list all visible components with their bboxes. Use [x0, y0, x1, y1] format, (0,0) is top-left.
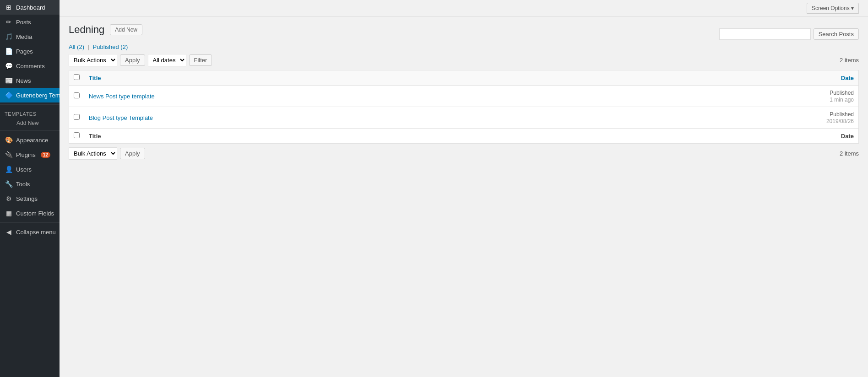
- users-icon: 👤: [5, 166, 13, 173]
- sidebar-item-label: Plugins: [16, 151, 36, 158]
- filter-button[interactable]: Filter: [189, 54, 212, 66]
- header-checkbox-cell: [69, 70, 85, 86]
- published-label-1: Published: [830, 111, 854, 118]
- sidebar-item-label: Custom Fields: [16, 210, 54, 217]
- search-bar: Search Posts: [69, 28, 859, 40]
- add-new-button[interactable]: Add New: [110, 24, 142, 35]
- sidebar-divider: [0, 104, 60, 105]
- row-checkbox-cell: [69, 86, 85, 107]
- main-content: Screen Options ▾ Ledning Add New Search …: [60, 0, 868, 377]
- pages-icon: 📄: [5, 48, 13, 55]
- row-title-cell: News Post type template: [84, 86, 786, 107]
- page-title: Ledning: [69, 24, 104, 36]
- table-body: News Post type template Published 1 min …: [69, 86, 859, 129]
- row-checkbox-0[interactable]: [74, 92, 80, 98]
- settings-icon: ⚙: [5, 195, 13, 202]
- post-title-link-1[interactable]: Blog Post type Template: [89, 114, 153, 121]
- sidebar-item-users[interactable]: 👤 Users: [0, 162, 60, 177]
- table-header-row: Title Date: [69, 70, 859, 86]
- plugins-badge: 12: [41, 152, 50, 158]
- row-title-cell: Blog Post type Template: [84, 107, 786, 129]
- date-sort-link[interactable]: Date: [841, 75, 854, 81]
- posts-table: Title Date News Post type template Publi…: [69, 70, 859, 144]
- published-date-1: 2019/08/26: [826, 118, 854, 124]
- sidebar-item-news[interactable]: 📰 News: [0, 73, 60, 88]
- templates-section-label: Templates: [0, 107, 60, 118]
- sidebar-item-settings[interactable]: ⚙ Settings: [0, 191, 60, 206]
- posts-icon: ✏: [5, 18, 13, 26]
- sidebar-item-label: Appearance: [16, 137, 48, 144]
- sidebar-item-label: Users: [16, 166, 32, 173]
- appearance-icon: 🎨: [5, 136, 13, 144]
- sidebar-item-plugins[interactable]: 🔌 Plugins 12: [0, 147, 60, 162]
- date-sort-link-footer[interactable]: Date: [841, 133, 854, 140]
- actions-bar-bottom: Bulk Actions Apply 2 items: [69, 147, 859, 160]
- sidebar-item-label: Tools: [16, 181, 30, 188]
- dashboard-icon: ⊞: [5, 4, 13, 11]
- title-sort-link[interactable]: Title: [89, 75, 101, 81]
- sidebar-item-custom-fields[interactable]: ▦ Custom Fields: [0, 206, 60, 221]
- screen-options-button[interactable]: Screen Options ▾: [807, 3, 859, 14]
- sidebar-item-comments[interactable]: 💬 Comments: [0, 59, 60, 73]
- table-row: News Post type template Published 1 min …: [69, 86, 859, 107]
- row-date-cell: Published 1 min ago: [786, 86, 859, 107]
- comments-icon: 💬: [5, 62, 13, 70]
- sidebar-item-posts[interactable]: ✏ Posts: [0, 15, 60, 29]
- collapse-label: Collapse menu: [16, 229, 56, 236]
- items-count-bottom: 2 items: [840, 150, 859, 157]
- sidebar: ⊞ Dashboard ✏ Posts 🎵 Media 📄 Pages 💬 Co…: [0, 0, 60, 377]
- sidebar-item-pages[interactable]: 📄 Pages: [0, 44, 60, 59]
- sidebar-item-dashboard[interactable]: ⊞ Dashboard: [0, 0, 60, 15]
- sidebar-divider2: [0, 130, 60, 131]
- row-checkbox-cell: [69, 107, 85, 129]
- sidebar-divider3: [0, 222, 60, 223]
- table-footer-row: Title Date: [69, 129, 859, 144]
- sidebar-item-gutenberg[interactable]: 🔷 Guteneberg Template Manager: [0, 88, 60, 102]
- table-row: Blog Post type Template Published 2019/0…: [69, 107, 859, 129]
- bulk-actions-select-top[interactable]: Bulk Actions: [69, 54, 117, 66]
- tools-icon: 🔧: [5, 180, 13, 188]
- collapse-icon: ◀: [5, 228, 13, 236]
- search-posts-button[interactable]: Search Posts: [814, 28, 859, 40]
- title-sort-link-footer[interactable]: Title: [89, 133, 101, 140]
- footer-date[interactable]: Date: [786, 129, 859, 144]
- filter-published-link[interactable]: Published (2): [93, 43, 128, 50]
- select-all-checkbox[interactable]: [74, 74, 80, 80]
- news-icon: 📰: [5, 77, 13, 84]
- sidebar-item-label: Posts: [16, 19, 31, 26]
- bulk-actions-select-bottom[interactable]: Bulk Actions: [69, 147, 117, 160]
- sidebar-item-label: Dashboard: [16, 4, 45, 11]
- published-label-0: Published: [830, 90, 854, 96]
- post-title-link-0[interactable]: News Post type template: [89, 93, 155, 100]
- items-count-top: 2 items: [840, 57, 859, 64]
- plugins-icon: 🔌: [5, 151, 13, 158]
- sidebar-subitem-add-new[interactable]: Add New: [0, 118, 60, 129]
- sidebar-item-label: Comments: [16, 63, 45, 70]
- footer-title[interactable]: Title: [84, 129, 786, 144]
- filter-all-link[interactable]: All (2): [69, 43, 84, 50]
- sidebar-item-tools[interactable]: 🔧 Tools: [0, 177, 60, 191]
- sidebar-item-appearance[interactable]: 🎨 Appearance: [0, 133, 60, 147]
- published-date-0: 1 min ago: [830, 97, 854, 103]
- sidebar-item-label: Pages: [16, 48, 33, 55]
- date-filter-select[interactable]: All dates: [148, 54, 186, 66]
- actions-bar-top: Bulk Actions Apply All dates Filter 2 it…: [69, 54, 859, 66]
- search-input[interactable]: [719, 28, 811, 40]
- filter-links: All (2) | Published (2): [69, 43, 859, 50]
- apply-button-bottom[interactable]: Apply: [120, 148, 145, 159]
- sidebar-item-label: Settings: [16, 195, 38, 202]
- sidebar-item-label: Guteneberg Template Manager: [16, 92, 60, 99]
- header-date[interactable]: Date: [786, 70, 859, 86]
- row-date-cell: Published 2019/08/26: [786, 107, 859, 129]
- apply-button-top[interactable]: Apply: [120, 54, 145, 66]
- add-new-sub-label: Add New: [16, 120, 39, 126]
- content-area: Ledning Add New Search Posts All (2) | P…: [60, 17, 868, 377]
- select-all-checkbox-footer[interactable]: [74, 132, 80, 138]
- sidebar-item-label: Media: [16, 33, 32, 40]
- sidebar-item-media[interactable]: 🎵 Media: [0, 29, 60, 44]
- header-title[interactable]: Title: [84, 70, 786, 86]
- footer-checkbox-cell: [69, 129, 85, 144]
- sidebar-item-label: News: [16, 77, 31, 84]
- row-checkbox-1[interactable]: [74, 114, 80, 120]
- sidebar-item-collapse[interactable]: ◀ Collapse menu: [0, 225, 60, 239]
